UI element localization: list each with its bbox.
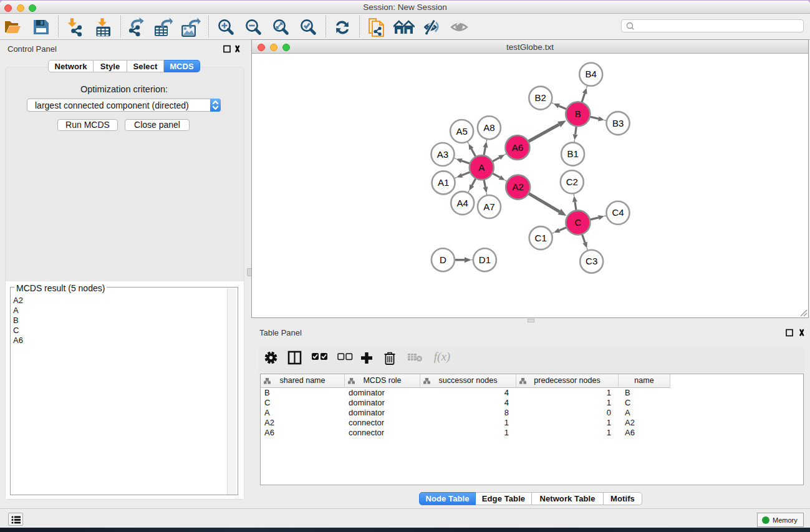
svg-text:C1: C1: [535, 233, 547, 243]
svg-text:A3: A3: [437, 149, 448, 160]
svg-text:A4: A4: [457, 198, 468, 208]
svg-text:B: B: [575, 109, 581, 119]
svg-text:A5: A5: [456, 126, 467, 137]
svg-text:C: C: [574, 217, 581, 228]
svg-text:A8: A8: [483, 122, 494, 133]
svg-text:A7: A7: [483, 201, 494, 212]
svg-text:D: D: [440, 254, 446, 265]
svg-text:A: A: [478, 162, 485, 173]
svg-text:A6: A6: [512, 142, 523, 153]
svg-text:D1: D1: [479, 254, 491, 265]
svg-text:C4: C4: [612, 207, 624, 218]
svg-text:B1: B1: [567, 148, 578, 159]
svg-text:A1: A1: [438, 177, 449, 188]
svg-text:C2: C2: [566, 177, 578, 187]
svg-text:B4: B4: [586, 69, 597, 79]
svg-text:B3: B3: [612, 118, 624, 128]
svg-text:A2: A2: [513, 181, 524, 192]
svg-text:B2: B2: [535, 92, 546, 103]
svg-text:C3: C3: [586, 256, 597, 266]
